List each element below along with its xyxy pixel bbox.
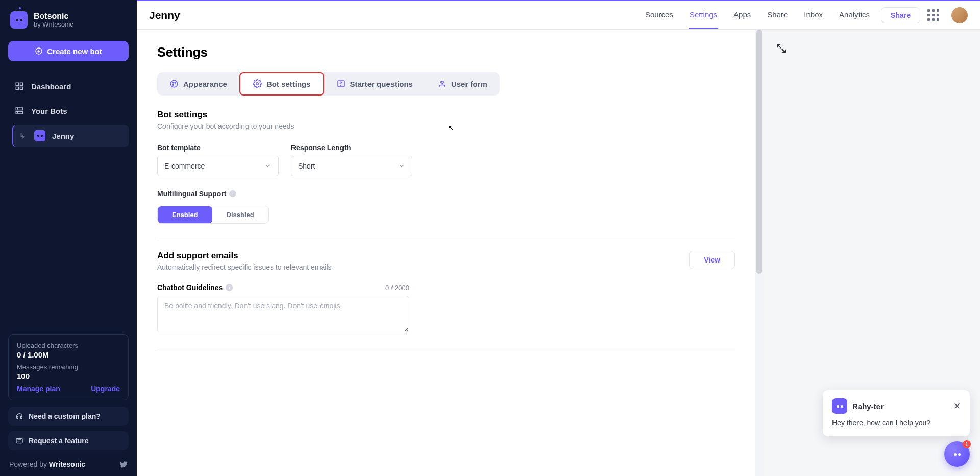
pill-bot-settings[interactable]: Bot settings — [239, 72, 324, 96]
chat-close-button[interactable]: ✕ — [953, 401, 961, 412]
tab-share[interactable]: Share — [766, 2, 789, 29]
brand[interactable]: Botsonic by Writesonic — [8, 11, 129, 29]
scrollbar-thumb[interactable] — [756, 30, 762, 274]
topbar: Jenny Sources Settings Apps Share Inbox … — [137, 1, 980, 30]
share-button[interactable]: Share — [881, 7, 920, 23]
divider — [157, 237, 735, 237]
request-feature-button[interactable]: Request a feature — [8, 431, 129, 450]
chat-avatar-icon — [832, 398, 847, 414]
svg-point-14 — [256, 83, 259, 85]
tab-inbox[interactable]: Inbox — [803, 2, 824, 29]
pill-user-form[interactable]: User form — [425, 72, 500, 96]
sidebar: Botsonic by Writesonic Create new bot Da… — [0, 0, 137, 476]
response-length-select[interactable]: Short — [291, 156, 412, 176]
bot-avatar-icon — [34, 130, 45, 141]
usage-stats-card: Uploaded characters 0 / 1.00M Messages r… — [8, 334, 129, 400]
user-avatar[interactable] — [951, 7, 968, 23]
chevron-down-icon — [398, 162, 405, 170]
upgrade-link[interactable]: Upgrade — [91, 385, 120, 393]
chat-fab-button[interactable]: 1 — [944, 441, 970, 467]
sidebar-footer: Powered by Writesonic — [8, 458, 129, 469]
bots-icon — [14, 106, 24, 116]
request-feature-label: Request a feature — [29, 437, 88, 445]
messages-remaining-label: Messages remaining — [17, 363, 120, 371]
custom-plan-label: Need a custom plan? — [29, 412, 101, 420]
chat-message: Hey there, how can I help you? — [832, 419, 961, 427]
response-length-label: Response Length — [291, 144, 412, 152]
svg-point-7 — [17, 109, 18, 110]
guidelines-counter: 0 / 2000 — [385, 284, 409, 292]
bot-template-label: Bot template — [157, 144, 279, 152]
user-form-icon — [437, 79, 447, 88]
svg-rect-1 — [16, 83, 18, 85]
sidebar-item-label: Jenny — [52, 132, 74, 140]
sidebar-item-label: Dashboard — [31, 82, 71, 91]
multilingual-label: Multilingual Support — [157, 189, 226, 198]
guidelines-textarea[interactable] — [157, 296, 409, 332]
multilingual-toggle: Enabled Disabled — [157, 206, 269, 224]
uploaded-chars-value: 0 / 1.00M — [17, 350, 120, 359]
twitter-icon[interactable] — [118, 460, 128, 469]
scrollbar[interactable] — [755, 30, 763, 476]
svg-point-17 — [441, 81, 444, 84]
svg-point-13 — [173, 84, 174, 85]
multilingual-disabled-button[interactable]: Disabled — [212, 206, 268, 223]
gear-icon — [253, 79, 262, 88]
pill-label: Bot settings — [266, 80, 311, 88]
bot-template-select[interactable]: E-commerce — [157, 156, 279, 176]
main-column: Jenny Sources Settings Apps Share Inbox … — [137, 0, 980, 476]
support-emails-title: Add support emails — [157, 251, 332, 261]
messages-remaining-value: 100 — [17, 372, 120, 380]
tab-analytics[interactable]: Analytics — [838, 2, 871, 29]
create-new-bot-button[interactable]: Create new bot — [8, 41, 129, 61]
section-subtitle: Configure your bot according to your nee… — [157, 122, 735, 130]
divider — [157, 348, 735, 348]
page-heading: Settings — [157, 45, 735, 60]
question-icon — [336, 79, 346, 88]
manage-plan-link[interactable]: Manage plan — [17, 385, 60, 393]
section-title: Bot settings — [157, 110, 735, 120]
palette-icon — [169, 79, 179, 88]
pill-label: Starter questions — [350, 80, 413, 88]
page-name: Jenny — [149, 9, 180, 21]
sidebar-item-label: Your Bots — [31, 107, 67, 115]
custom-plan-button[interactable]: Need a custom plan? — [8, 407, 129, 426]
preview-panel: Rahy-ter ✕ Hey there, how can I help you… — [763, 30, 980, 476]
svg-point-12 — [175, 82, 176, 83]
select-value: Short — [298, 162, 315, 170]
pill-label: User form — [451, 80, 487, 88]
svg-point-16 — [340, 85, 341, 86]
brand-logo-icon — [10, 11, 28, 29]
pill-appearance[interactable]: Appearance — [157, 72, 239, 96]
indent-icon: ↳ — [19, 132, 26, 140]
tab-apps[interactable]: Apps — [732, 2, 752, 29]
sidebar-item-jenny[interactable]: ↳ Jenny — [12, 125, 129, 147]
svg-point-10 — [170, 80, 178, 87]
view-emails-button[interactable]: View — [689, 251, 735, 269]
headset-icon — [15, 412, 23, 420]
multilingual-enabled-button[interactable]: Enabled — [158, 206, 212, 223]
feature-icon — [15, 437, 23, 445]
sidebar-item-dashboard[interactable]: Dashboard — [8, 76, 129, 97]
tab-settings[interactable]: Settings — [689, 2, 718, 29]
apps-grid-icon[interactable] — [927, 9, 939, 21]
expand-icon[interactable] — [776, 43, 787, 54]
powered-by-text: Powered by Writesonic — [9, 460, 85, 468]
plus-circle-icon — [35, 47, 43, 55]
pill-starter-questions[interactable]: Starter questions — [324, 72, 425, 96]
settings-sub-tabs: Appearance Bot settings Starter question… — [157, 72, 500, 96]
chevron-down-icon — [264, 162, 272, 170]
tab-sources[interactable]: Sources — [644, 2, 674, 29]
top-nav-tabs: Sources Settings Apps Share Inbox Analyt… — [644, 2, 871, 29]
info-icon[interactable]: i — [226, 284, 233, 291]
chat-badge: 1 — [963, 440, 971, 448]
guidelines-label: Chatbot Guidelines — [157, 283, 223, 292]
svg-point-11 — [173, 82, 174, 83]
svg-rect-4 — [20, 87, 23, 90]
info-icon[interactable]: i — [229, 190, 236, 197]
svg-rect-2 — [20, 83, 23, 85]
sidebar-item-your-bots[interactable]: Your Bots — [8, 100, 129, 122]
chat-popup: Rahy-ter ✕ Hey there, how can I help you… — [823, 390, 970, 436]
support-emails-subtitle: Automatically redirect specific issues t… — [157, 263, 332, 271]
uploaded-chars-label: Uploaded characters — [17, 342, 120, 349]
